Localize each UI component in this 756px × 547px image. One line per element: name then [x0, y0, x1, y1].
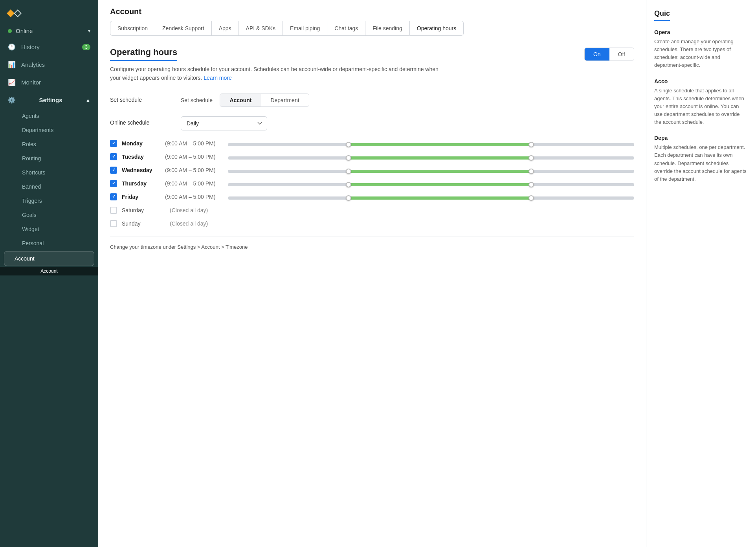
day-row-wednesday: Wednesday (9:00 AM – 5:00 PM) [110, 167, 634, 174]
sidebar-item-routing[interactable]: Routing [0, 151, 98, 165]
tuesday-slider-thumb-end[interactable] [528, 155, 534, 161]
wednesday-checkbox[interactable] [110, 167, 117, 174]
friday-slider-fill [350, 196, 532, 200]
wednesday-slider[interactable] [228, 167, 634, 173]
status-selector[interactable]: Online ▾ [0, 24, 98, 38]
roles-label: Roles [22, 141, 36, 147]
sunday-checkbox[interactable] [110, 220, 117, 227]
wednesday-slider-track [228, 170, 634, 173]
toggle-off-button[interactable]: Off [609, 48, 634, 61]
tab-file-sending[interactable]: File sending [365, 21, 409, 36]
tuesday-slider[interactable] [228, 154, 634, 160]
sidebar-item-settings[interactable]: ⚙️ Settings ▲ [0, 91, 98, 109]
tab-operating-hours[interactable]: Operating hours [409, 21, 464, 36]
saturday-checkbox[interactable] [110, 207, 117, 214]
tab-zendesk-support[interactable]: Zendesk Support [155, 21, 211, 36]
analytics-icon: 📊 [8, 61, 16, 68]
sidebar-item-roles[interactable]: Roles [0, 137, 98, 151]
qh-operating-text: Create and manage your operating schedul… [654, 38, 748, 70]
tab-apps[interactable]: Apps [211, 21, 239, 36]
main-content: Account Subscription Zendesk Support App… [98, 0, 646, 547]
thursday-slider[interactable] [228, 181, 634, 186]
monday-label: Monday [122, 140, 165, 147]
qh-section-department-schedule: Depa Multiple schedules, one per departm… [654, 135, 748, 183]
tab-api-sdks[interactable]: API & SDKs [239, 21, 283, 36]
online-schedule-content: Daily Weekly Custom [181, 116, 634, 130]
wednesday-slider-thumb-end[interactable] [528, 169, 534, 174]
monitor-icon: 📈 [8, 79, 16, 86]
agents-label: Agents [22, 113, 39, 119]
saturday-closed-label: (Closed all day) [170, 207, 208, 213]
tuesday-slider-track [228, 156, 634, 160]
day-row-thursday: Thursday (9:00 AM – 5:00 PM) [110, 180, 634, 187]
tab-subscription[interactable]: Subscription [110, 21, 155, 36]
operating-hours-description: Configure your operating hours schedule … [110, 65, 448, 83]
sidebar-item-monitor[interactable]: 📈 Monitor [0, 73, 98, 91]
tab-email-piping[interactable]: Email piping [283, 21, 327, 36]
on-off-toggle: On Off [584, 48, 634, 61]
monday-slider-thumb-start[interactable] [346, 142, 351, 147]
qh-section-operating: Opera Create and manage your operating s… [654, 29, 748, 70]
thursday-slider-thumb-start[interactable] [346, 182, 351, 187]
thursday-slider-thumb-end[interactable] [528, 182, 534, 187]
friday-slider-thumb-start[interactable] [346, 195, 351, 201]
status-label: Online [16, 28, 84, 34]
history-badge: 3 [82, 44, 90, 50]
sidebar-item-personal[interactable]: Personal [0, 236, 98, 250]
sidebar-item-triggers[interactable]: Triggers [0, 194, 98, 208]
tabs-row: Subscription Zendesk Support Apps API & … [110, 21, 634, 36]
qh-department-schedule-text: Multiple schedules, one per department. … [654, 143, 748, 183]
toggle-on-button[interactable]: On [585, 48, 609, 61]
sidebar-item-shortcuts[interactable]: Shortcuts [0, 165, 98, 180]
quick-help-panel: Quic Opera Create and manage your operat… [646, 0, 756, 547]
sidebar-item-account[interactable]: Account [4, 251, 94, 266]
friday-slider[interactable] [228, 194, 634, 200]
sidebar-item-banned[interactable]: Banned [0, 180, 98, 194]
online-schedule-select[interactable]: Daily Weekly Custom [181, 116, 267, 130]
settings-icon: ⚙️ [8, 96, 16, 104]
monday-checkbox[interactable] [110, 140, 117, 147]
sidebar-item-departments[interactable]: Departments [0, 123, 98, 137]
chevron-down-icon: ▾ [88, 28, 90, 34]
schedule-type-toggle: Account Department [220, 94, 309, 107]
status-dot-icon [8, 29, 12, 33]
sidebar-item-goals[interactable]: Goals [0, 208, 98, 222]
schedule-department-button[interactable]: Department [261, 94, 308, 106]
tuesday-slider-fill [350, 156, 532, 160]
monday-slider-thumb-end[interactable] [528, 142, 534, 147]
tab-chat-tags[interactable]: Chat tags [327, 21, 365, 36]
tuesday-checkbox[interactable] [110, 153, 117, 160]
online-schedule-row: Online schedule Daily Weekly Custom [110, 116, 634, 130]
operating-hours-title: Operating hours [110, 47, 177, 61]
friday-slider-track [228, 196, 634, 200]
logo-icon [8, 7, 20, 20]
tuesday-slider-thumb-start[interactable] [346, 155, 351, 161]
monday-slider-fill [350, 143, 532, 146]
qh-account-schedule-text: A single schedule that applies to all ag… [654, 87, 748, 127]
wednesday-time: (9:00 AM – 5:00 PM) [165, 167, 228, 173]
day-row-monday: Monday (9:00 AM – 5:00 PM) [110, 140, 634, 147]
sidebar-item-history[interactable]: 🕐 History 3 [0, 38, 98, 56]
sidebar-item-agents[interactable]: Agents [0, 109, 98, 123]
timezone-hint: Change your timezone under Settings > Ac… [110, 237, 634, 250]
tuesday-label: Tuesday [122, 154, 165, 160]
day-row-friday: Friday (9:00 AM – 5:00 PM) [110, 193, 634, 200]
schedule-account-button[interactable]: Account [220, 94, 261, 106]
friday-checkbox[interactable] [110, 193, 117, 200]
thursday-checkbox[interactable] [110, 180, 117, 187]
wednesday-slider-fill [350, 170, 532, 173]
sidebar-item-widget[interactable]: Widget [0, 222, 98, 236]
section-title-row: Operating hours On Off [110, 47, 634, 61]
routing-label: Routing [22, 155, 41, 162]
friday-slider-thumb-end[interactable] [528, 195, 534, 201]
wednesday-slider-thumb-start[interactable] [346, 169, 351, 174]
sidebar-item-monitor-label: Monitor [21, 79, 41, 86]
learn-more-link[interactable]: Learn more [204, 75, 232, 81]
logo [0, 0, 98, 24]
monday-slider[interactable] [228, 141, 634, 146]
sidebar-item-analytics[interactable]: 📊 Analytics [0, 56, 98, 73]
triggers-label: Triggers [22, 198, 42, 204]
content-area: Operating hours On Off Configure your op… [98, 36, 646, 547]
qh-section-account-schedule: Acco A single schedule that applies to a… [654, 78, 748, 127]
set-schedule-content: Set schedule Account Department [181, 94, 634, 107]
